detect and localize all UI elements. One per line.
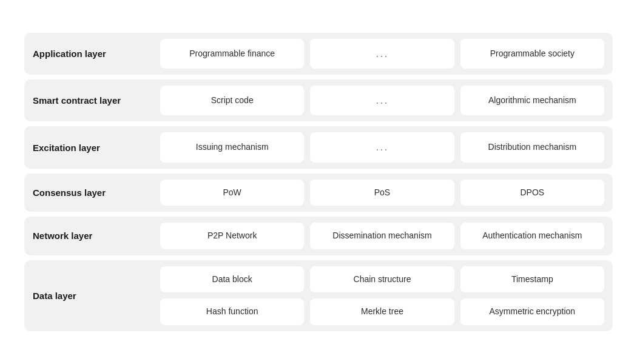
cell-programmable-finance: Programmable finance — [160, 39, 304, 69]
cell-issuing-mechanism: Issuing mechanism — [160, 132, 304, 162]
cell-pow: PoW — [160, 180, 304, 206]
cell-excitation-dots: ... — [310, 132, 454, 162]
label-data-layer: Data layer — [33, 266, 154, 325]
cells-area-smart-contract-layer: Script code...Algorithmic mechanism — [160, 86, 604, 115]
row-application-layer: Application layerProgrammable finance...… — [24, 33, 613, 75]
label-network-layer: Network layer — [33, 223, 154, 249]
label-smart-contract-layer: Smart contract layer — [33, 86, 154, 115]
cell-programmable-society: Programmable society — [460, 39, 604, 69]
cell-asymmetric-encryption: Asymmetric encryption — [460, 298, 604, 325]
cell-hash-function: Hash function — [160, 298, 304, 325]
cells-area-excitation-layer: Issuing mechanism...Distribution mechani… — [160, 132, 604, 162]
cell-chain-structure: Chain structure — [310, 266, 454, 293]
cell-smart-contract-dots: ... — [310, 86, 454, 115]
cells-area-application-layer: Programmable finance...Programmable soci… — [160, 39, 604, 69]
label-application-layer: Application layer — [33, 39, 154, 69]
cell-timestamp: Timestamp — [460, 266, 604, 293]
cells-area-consensus-layer: PoWPoSDPOS — [160, 180, 604, 206]
cell-merkle-tree: Merkle tree — [310, 298, 454, 325]
label-consensus-layer: Consensus layer — [33, 180, 154, 206]
cell-application-dots: ... — [310, 39, 454, 69]
data-layer-cells-area: Data blockChain structureTimestampHash f… — [160, 266, 604, 325]
cell-algorithmic-mechanism: Algorithmic mechanism — [460, 86, 604, 115]
cells-area-network-layer: P2P NetworkDissemination mechanismAuthen… — [160, 223, 604, 249]
cell-script-code: Script code — [160, 86, 304, 115]
cell-authentication-mechanism: Authentication mechanism — [460, 223, 604, 249]
cell-pos: PoS — [310, 180, 454, 206]
cell-p2p-network: P2P Network — [160, 223, 304, 249]
row-consensus-layer: Consensus layerPoWPoSDPOS — [24, 174, 613, 212]
cell-data-block: Data block — [160, 266, 304, 293]
cell-dpos: DPOS — [460, 180, 604, 206]
row-smart-contract-layer: Smart contract layerScript code...Algori… — [24, 79, 613, 121]
row-data-layer: Data layerData blockChain structureTimes… — [24, 260, 613, 331]
blockchain-layers-table: Application layerProgrammable finance...… — [24, 33, 613, 331]
cell-dissemination-mechanism: Dissemination mechanism — [310, 223, 454, 249]
row-network-layer: Network layerP2P NetworkDissemination me… — [24, 217, 613, 255]
label-excitation-layer: Excitation layer — [33, 132, 154, 162]
row-excitation-layer: Excitation layerIssuing mechanism...Dist… — [24, 126, 613, 168]
cell-distribution-mechanism: Distribution mechanism — [460, 132, 604, 162]
